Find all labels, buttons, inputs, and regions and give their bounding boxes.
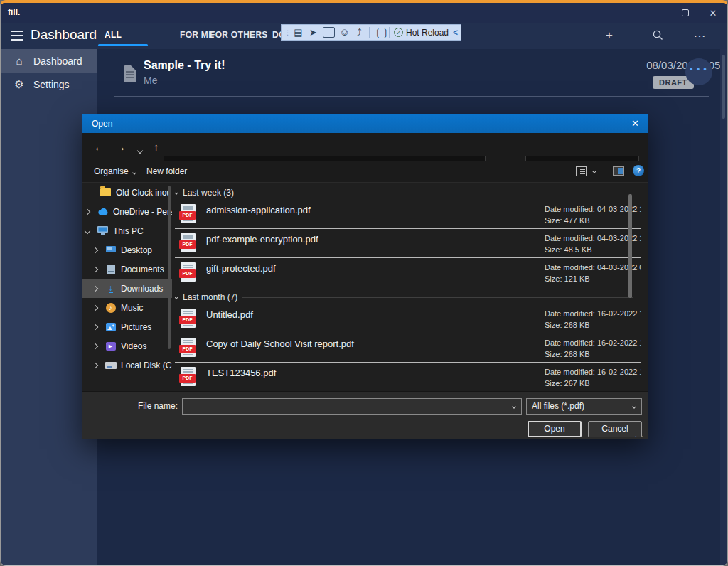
app-scrollbar[interactable] [720, 49, 727, 566]
chevron-right-icon[interactable] [92, 247, 98, 252]
hot-reload-status[interactable]: ✓ Hot Reload [394, 28, 449, 38]
chevron-right-icon[interactable] [92, 285, 98, 291]
file-name-input[interactable] [183, 399, 506, 414]
change-view-icon[interactable] [576, 166, 587, 176]
folder-icon [100, 188, 111, 196]
chevron-right-icon[interactable] [92, 266, 98, 272]
file-row[interactable]: PDF TEST123456.pdf Date modified: 16-02-… [175, 363, 641, 391]
group-divider [242, 297, 633, 298]
computer-icon [97, 226, 109, 235]
tree-item-old-clock[interactable]: Old Clock inou [82, 183, 172, 202]
file-name: TEST123456.pdf [206, 368, 276, 378]
tree-label: Old Clock inou [116, 188, 171, 198]
file-type-value: All files (*.pdf) [532, 401, 584, 411]
document-author: Me [144, 75, 157, 86]
tree-item-local-disk[interactable]: Local Disk (C:) [82, 356, 172, 375]
tree-scrollbar[interactable] [168, 186, 171, 349]
toolbar-grip-icon[interactable]: ⋮ [284, 31, 289, 34]
tree-item-music[interactable]: ♪ Music [82, 298, 172, 317]
help-icon[interactable]: ? [633, 165, 644, 176]
folder-tree: Old Clock inou OneDrive - Perso This PC [82, 183, 172, 391]
sidebar-item-settings[interactable]: ⚙ Settings [1, 73, 97, 96]
chevron-right-icon[interactable] [92, 304, 98, 310]
file-date: Date modified: 16-02-2022 15:11 [545, 309, 641, 318]
chevron-down-icon [133, 171, 137, 175]
tab-all[interactable]: ALL [105, 30, 122, 40]
xaml-binding-failures-icon[interactable]: ⎊ [339, 27, 350, 38]
live-visual-tree-icon[interactable]: ▤ [293, 27, 304, 38]
sidebar-item-dashboard[interactable]: ⌂ Dashboard [1, 49, 97, 73]
file-size: Size: 268 KB [545, 350, 590, 358]
close-button[interactable]: ✕ [701, 6, 725, 20]
preview-pane-icon[interactable] [613, 166, 624, 176]
up-icon[interactable]: ↑ [154, 141, 159, 153]
dialog-close-icon[interactable]: ✕ [631, 118, 639, 129]
hot-reload-settings-icon[interactable]: ❲❳ [374, 27, 385, 38]
document-icon [124, 65, 136, 82]
file-name: pdf-example-encryption.pdf [206, 234, 318, 245]
dialog-title-bar[interactable]: Open ✕ [82, 114, 648, 133]
file-type-select[interactable]: All files (*.pdf) [526, 398, 642, 415]
tab-for-others[interactable]: FOR OTHERS [210, 30, 268, 40]
layout-adorners-icon[interactable] [323, 27, 335, 38]
file-row[interactable]: PDF Untitled.pdf Date modified: 16-02-20… [175, 304, 641, 333]
document-more-button[interactable]: • • • [685, 58, 712, 85]
file-list-scrollbar[interactable] [628, 194, 632, 298]
file-row[interactable]: PDF Copy of Daily School Visit report.pd… [175, 333, 641, 363]
tree-item-documents[interactable]: Documents [82, 260, 172, 279]
resize-grip[interactable]: ⋮⋮ [633, 431, 646, 437]
selection-cursor-icon[interactable]: ➤ [308, 27, 318, 38]
file-row[interactable]: PDF gift-protected.pdf Date modified: 04… [175, 258, 641, 287]
file-row[interactable]: PDF pdf-example-encryption.pdf Date modi… [175, 229, 641, 258]
chevron-right-icon[interactable] [92, 362, 98, 368]
new-folder-button[interactable]: New folder [146, 166, 187, 176]
add-icon[interactable]: + [606, 28, 613, 43]
group-divider [239, 193, 633, 193]
hamburger-menu-icon[interactable] [11, 31, 23, 41]
chevron-down-icon [632, 405, 636, 409]
tree-item-pictures[interactable]: Pictures [82, 317, 172, 336]
open-button[interactable]: Open [528, 421, 582, 437]
chevron-right-icon[interactable] [92, 343, 98, 348]
tree-item-desktop[interactable]: Desktop [82, 240, 172, 260]
collapse-toolbar-icon[interactable]: < [453, 28, 458, 38]
file-size: Size: 48.5 KB [545, 245, 592, 254]
chevron-down-icon[interactable] [85, 228, 90, 233]
group-header-last-month[interactable]: Last month (7) [175, 287, 641, 304]
tree-label: Pictures [121, 322, 151, 332]
view-dropdown-icon[interactable] [592, 169, 596, 173]
tree-label: Desktop [121, 245, 152, 255]
document-title[interactable]: Sample - Try it! [144, 59, 225, 72]
dialog-toolbar: Organise New folder ? [82, 161, 648, 183]
chevron-right-icon[interactable] [85, 208, 90, 214]
tree-item-this-pc[interactable]: This PC [82, 221, 172, 240]
maximize-button[interactable] [673, 6, 697, 20]
file-row[interactable]: PDF admission-application.pdf Date modif… [175, 200, 641, 229]
minimize-button[interactable]: – [644, 6, 668, 20]
tree-label: This PC [113, 226, 144, 236]
forward-icon[interactable]: → [115, 141, 126, 153]
downloads-icon: ↓ [109, 284, 113, 293]
group-label: Last week (3) [183, 188, 234, 198]
chevron-right-icon[interactable] [92, 324, 98, 329]
group-header-last-week[interactable]: Last week (3) [175, 183, 641, 200]
file-date: Date modified: 04-03-2022 09:58 [545, 263, 641, 272]
organise-menu[interactable]: Organise [94, 166, 136, 176]
vs-debug-toolbar: ⋮ ▤ ➤ ⎊ ⤴ ❲❳ ✓ Hot Reload < [281, 24, 461, 41]
toolbar-separator [369, 27, 370, 38]
file-name-combobox[interactable] [182, 398, 522, 415]
search-icon[interactable] [653, 30, 663, 41]
more-options-icon[interactable]: … [693, 26, 707, 41]
tree-item-videos[interactable]: ▶ Videos [82, 336, 172, 356]
tree-label: Videos [121, 341, 146, 351]
back-icon[interactable]: ← [94, 141, 105, 153]
tree-item-onedrive[interactable]: OneDrive - Perso [82, 202, 172, 221]
videos-icon: ▶ [106, 342, 116, 351]
pdf-file-icon: PDF [181, 367, 196, 386]
recent-locations-icon[interactable] [138, 143, 142, 155]
track-focused-element-icon[interactable]: ⤴ [354, 27, 365, 38]
sidebar-item-label: Dashboard [33, 55, 82, 67]
tree-item-downloads[interactable]: ↓ Downloads [82, 279, 172, 298]
cloud-icon [97, 208, 109, 215]
file-size: Size: 477 KB [545, 216, 590, 225]
